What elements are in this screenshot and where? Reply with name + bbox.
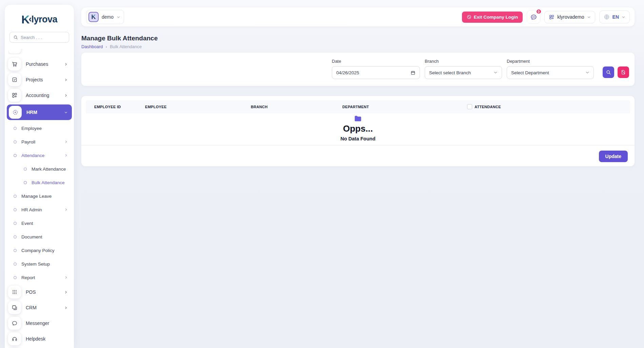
sidebar-item-helpdesk[interactable]: Helpdesk [8, 332, 71, 345]
department-select[interactable]: Select Department [507, 66, 594, 79]
app-window-icon [8, 301, 21, 314]
breadcrumb-current: Bulk Attendance [110, 44, 142, 49]
sidebar-item-label: Payroll [21, 139, 35, 144]
sidebar-item-label: CRM [26, 305, 37, 310]
date-label: Date [332, 59, 420, 64]
sidebar-item-messenger[interactable]: Messenger [8, 317, 71, 330]
sidebar-search[interactable] [9, 32, 69, 43]
calendar-icon[interactable] [410, 70, 416, 75]
chat-bubble-icon [530, 14, 537, 21]
chevron-right-icon [64, 78, 68, 82]
sidebar-item-crm[interactable]: CRM [8, 301, 71, 314]
circle-icon [14, 276, 17, 279]
logo-wordmark: lyrova [32, 15, 58, 24]
chevron-right-icon [64, 208, 68, 211]
sidebar-item-label: Messenger [26, 321, 49, 326]
sidebar-item-hrm[interactable]: HRM [7, 104, 72, 120]
sidebar-item-label: Accounting [26, 93, 49, 98]
exit-company-login-button[interactable]: Exit Company Login [462, 12, 523, 23]
scrolled-menu-item-partial [8, 49, 71, 54]
sidebar-item-document[interactable]: Document [8, 231, 71, 242]
circle-icon [14, 249, 17, 252]
circle-icon [14, 127, 17, 130]
sidebar-item-label: Document [21, 234, 42, 239]
update-button[interactable]: Update [599, 151, 628, 162]
select-all-attendance-checkbox[interactable] [467, 104, 472, 109]
globe-icon [604, 14, 610, 20]
chevron-right-icon [64, 290, 68, 294]
sidebar-item-accounting[interactable]: Accounting [8, 89, 71, 102]
clipboard-check-icon [8, 73, 21, 86]
department-label: Department [507, 59, 594, 64]
sidebar-item-event[interactable]: Event [8, 218, 71, 229]
branch-selected-value: Select select Branch [429, 70, 494, 75]
no-entry-icon [467, 15, 471, 19]
chevron-down-icon [494, 71, 498, 75]
sidebar-item-label: System Setup [21, 262, 50, 267]
company-switcher[interactable]: K demo [86, 10, 124, 24]
chevron-right-icon [64, 276, 68, 279]
sidebar-item-report[interactable]: Report [8, 272, 71, 283]
chat-icon [8, 317, 21, 330]
filter-card: Date 04/26/2025 Branch Select select Bra… [81, 53, 635, 86]
search-icon [606, 70, 611, 75]
search-input[interactable] [21, 35, 74, 40]
cart-icon [8, 58, 21, 71]
messages-button[interactable]: 0 [527, 10, 540, 24]
attendance-table-card: EMPLOYEE ID EMPLOYEE BRANCH DEPARTMENT A… [81, 96, 635, 166]
branch-filter-group: Branch Select select Branch [425, 59, 502, 79]
sidebar-item-label: Projects [26, 77, 43, 82]
chevron-down-icon [622, 15, 625, 19]
language-menu[interactable]: EN [599, 11, 630, 23]
sidebar-menu: Purchases Projects Accounting HRM [5, 45, 74, 348]
chevron-down-icon [64, 111, 68, 114]
chevron-right-icon [64, 94, 68, 97]
sidebar-item-label: Mark Attendance [32, 167, 66, 172]
column-header-department: DEPARTMENT [342, 100, 369, 113]
sidebar-item-attendance[interactable]: Attendance [8, 150, 71, 161]
chevron-down-icon [117, 15, 120, 19]
sidebar-item-bulk-attendance[interactable]: Bulk Attendance [8, 177, 71, 188]
sidebar-item-projects[interactable]: Projects [8, 73, 71, 86]
branch-select[interactable]: Select select Branch [425, 66, 502, 79]
department-filter-group: Department Select Department [507, 59, 594, 79]
sidebar-item-label: Attendance [21, 153, 44, 158]
page-title: Manage Bulk Attendance [81, 35, 158, 42]
sidebar-item-company-policy[interactable]: Company Policy [8, 245, 71, 256]
company-name: demo [102, 14, 114, 20]
account-menu[interactable]: klyrovademo [544, 11, 595, 23]
sidebar-item-purchases[interactable]: Purchases [8, 58, 71, 71]
sidebar-item-label: Manage Leave [21, 194, 52, 199]
sidebar: K‹lyrova Purchases Projects [5, 5, 74, 348]
sidebar-item-hr-admin[interactable]: HR Admin [8, 204, 71, 215]
sidebar-item-manage-leave[interactable]: Manage Leave [8, 191, 71, 201]
department-selected-value: Select Department [511, 70, 585, 75]
column-header-employee-id: EMPLOYEE ID [94, 100, 121, 113]
chevron-down-icon [585, 71, 589, 75]
sidebar-item-employee[interactable]: Employee [8, 123, 71, 134]
breadcrumb: Dashboard › Bulk Attendance [81, 44, 142, 49]
filter-reset-button[interactable] [618, 66, 629, 78]
sidebar-item-system-setup[interactable]: System Setup [8, 258, 71, 269]
topbar: K demo Exit Company Login 0 klyrovademo [81, 7, 635, 26]
table-header-row: EMPLOYEE ID EMPLOYEE BRANCH DEPARTMENT A… [86, 100, 630, 113]
date-input[interactable]: 04/26/2025 [332, 66, 420, 79]
headset-icon [8, 332, 21, 345]
breadcrumb-separator: › [106, 44, 107, 49]
chevron-right-icon [64, 306, 68, 310]
sidebar-item-mark-attendance[interactable]: Mark Attendance [8, 163, 71, 174]
sidebar-item-label: Helpdesk [26, 336, 45, 342]
chevron-right-icon [64, 154, 68, 157]
account-name: klyrovademo [557, 14, 584, 20]
circle-icon [14, 140, 17, 143]
sidebar-item-label: HRM [26, 110, 37, 115]
circle-icon [14, 222, 17, 225]
date-value: 04/26/2025 [336, 70, 410, 75]
company-avatar: K [88, 12, 99, 22]
sidebar-item-payroll[interactable]: Payroll [8, 136, 71, 147]
chevron-right-icon [64, 62, 68, 66]
date-filter-group: Date 04/26/2025 [332, 59, 420, 79]
filter-search-button[interactable] [603, 66, 614, 78]
breadcrumb-dashboard-link[interactable]: Dashboard [81, 44, 103, 49]
sidebar-item-pos[interactable]: POS [8, 286, 71, 298]
